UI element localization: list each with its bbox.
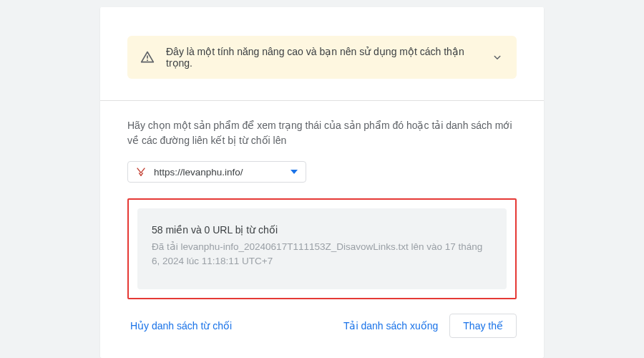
warning-text: Đây là một tính năng nâng cao và bạn nên…: [166, 46, 479, 69]
divider: [100, 100, 544, 101]
selected-site: https://levanphu.info/: [154, 167, 283, 178]
status-subtitle: Đã tải levanphu-info_20240617T111153Z_Di…: [152, 240, 492, 269]
chevron-down-icon: [491, 51, 504, 64]
status-title: 58 miền và 0 URL bị từ chối: [152, 224, 492, 236]
property-selector[interactable]: https://levanphu.info/: [127, 161, 306, 183]
instruction-text: Hãy chọn một sản phẩm để xem trạng thái …: [127, 118, 517, 148]
site-favicon-icon: [135, 166, 147, 178]
status-panel: 58 miền và 0 URL bị từ chối Đã tải levan…: [137, 208, 507, 289]
svg-point-1: [147, 59, 148, 61]
download-list-button[interactable]: Tải danh sách xuống: [341, 314, 441, 337]
replace-button[interactable]: Thay thế: [449, 314, 517, 338]
cancel-disavow-button[interactable]: Hủy danh sách từ chối: [127, 314, 235, 337]
warning-banner[interactable]: Đây là một tính năng nâng cao và bạn nên…: [127, 36, 517, 79]
status-highlight-box: 58 miền và 0 URL bị từ chối Đã tải levan…: [127, 198, 517, 299]
action-row: Hủy danh sách từ chối Tải danh sách xuốn…: [127, 314, 517, 338]
caret-down-icon: [290, 168, 298, 175]
warning-icon: [140, 50, 155, 64]
disavow-card: Đây là một tính năng nâng cao và bạn nên…: [100, 7, 544, 358]
